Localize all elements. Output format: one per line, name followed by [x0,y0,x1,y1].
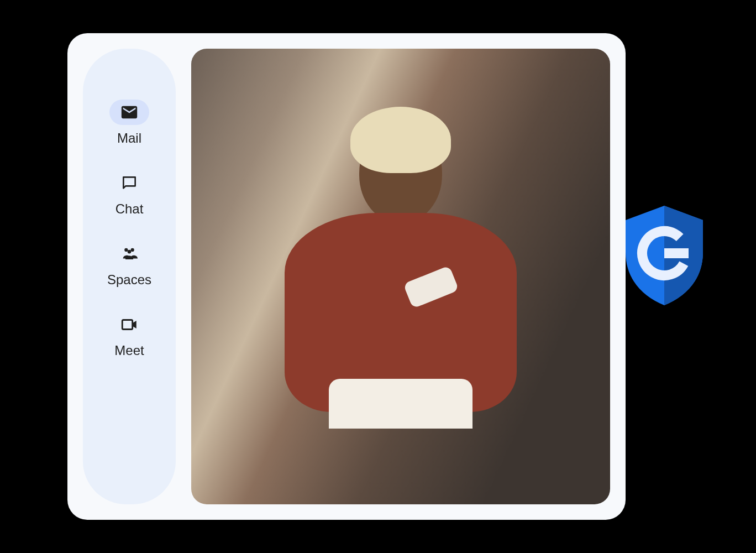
svg-point-1 [131,248,134,252]
spaces-icon [120,244,139,263]
svg-point-0 [124,248,128,252]
sidebar-item-label: Spaces [107,272,151,288]
svg-point-2 [128,250,132,254]
svg-rect-5 [664,248,689,258]
mail-icon [120,103,139,122]
meet-icon [120,315,139,334]
app-card: Mail Chat [67,33,626,520]
meet-icon-wrap [109,312,149,337]
sidebar-item-mail[interactable]: Mail [109,100,149,146]
sidebar-item-label: Chat [116,201,144,217]
hero-image [191,49,610,504]
spaces-icon-wrap [109,241,149,267]
sidebar-item-label: Mail [117,131,141,146]
svg-rect-3 [122,320,132,330]
sidebar-item-label: Meet [114,343,144,358]
chat-icon-wrap [109,170,149,196]
sidebar-item-spaces[interactable]: Spaces [107,241,151,288]
person-illustration [285,123,517,412]
sidebar-item-meet[interactable]: Meet [109,312,149,358]
mail-icon-wrap [109,100,149,125]
app-sidebar: Mail Chat [83,49,176,504]
google-shield-icon [620,204,708,307]
sidebar-item-chat[interactable]: Chat [109,170,149,217]
chat-icon [120,174,138,192]
